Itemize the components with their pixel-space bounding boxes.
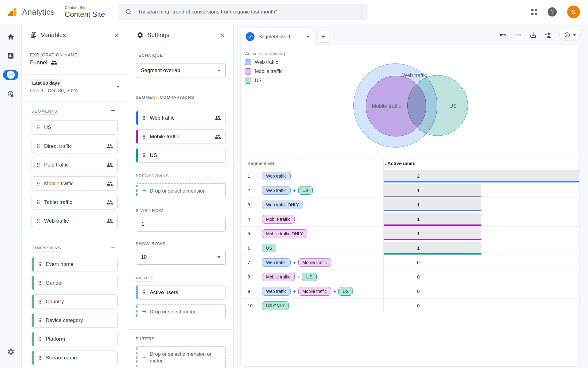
settings-close-icon[interactable] (218, 31, 227, 40)
drag-handle-icon[interactable] (38, 337, 41, 341)
search-bar[interactable] (119, 4, 368, 20)
segment-item-label: Web traffic (44, 218, 106, 224)
segment-comparison-item[interactable]: Web traffic (136, 111, 226, 125)
table-row: 10US ONLY0 (241, 299, 579, 313)
download-icon[interactable] (529, 31, 537, 39)
segment-comparison-item[interactable]: Mobile traffic (136, 129, 226, 144)
undo-icon[interactable] (499, 31, 507, 39)
drag-handle-icon[interactable] (142, 290, 145, 295)
segment-item[interactable]: Web traffic (32, 214, 118, 228)
segment-chip[interactable]: Web traffic (262, 258, 291, 267)
venn-circle-us[interactable] (407, 75, 468, 136)
segment-item[interactable]: Direct traffic (32, 139, 118, 153)
dimension-item[interactable]: Device category (32, 313, 118, 328)
active-users-value[interactable]: 1 (401, 198, 435, 212)
segment-chip[interactable]: Mobile traffic ONLY (262, 229, 307, 238)
dimension-item[interactable]: Event name (32, 257, 118, 271)
segments-list: USDirect trafficPaid trafficMobile traff… (32, 120, 118, 228)
segment-chip[interactable]: Web traffic (262, 172, 291, 180)
search-input[interactable] (137, 9, 361, 15)
drag-handle-icon[interactable] (142, 116, 145, 120)
add-tab-button[interactable] (318, 31, 329, 42)
active-users-value[interactable]: 1 (401, 227, 435, 241)
legend-label: Web traffic (255, 59, 278, 65)
reports-icon[interactable] (3, 48, 18, 63)
value-metric-item[interactable]: Active users (136, 285, 226, 300)
admin-gear-icon[interactable] (3, 344, 18, 359)
apps-grid-icon[interactable] (531, 9, 537, 15)
segment-comparison-item[interactable]: US (136, 148, 226, 163)
active-users-value[interactable]: 1 (401, 241, 435, 255)
drag-handle-icon[interactable] (38, 355, 41, 360)
drag-handle-icon[interactable] (38, 262, 41, 266)
drag-handle-icon[interactable] (37, 200, 40, 205)
metric-dropzone[interactable]: Drop or select metric (136, 304, 226, 319)
brand[interactable]: Analytics (7, 6, 55, 17)
segment-chip[interactable]: US (298, 186, 313, 195)
start-row-field[interactable] (136, 217, 226, 232)
drag-handle-icon[interactable] (37, 125, 40, 130)
date-range-picker[interactable]: Last 28 days Dec 3 - Dec 30, 2024 (21, 75, 128, 102)
drag-handle-icon[interactable] (37, 144, 40, 148)
help-icon[interactable]: ? (548, 7, 557, 17)
dimension-item[interactable]: Country (32, 294, 118, 309)
active-users-value[interactable]: 0 (401, 255, 435, 270)
segment-chip[interactable]: Web traffic (262, 287, 291, 296)
segment-chip[interactable]: Mobile traffic (262, 215, 295, 224)
add-segment-button[interactable] (111, 108, 115, 113)
segment-chip[interactable]: US (262, 244, 276, 252)
segment-chip[interactable]: US ONLY (262, 301, 289, 310)
drag-handle-icon[interactable] (38, 281, 41, 285)
segment-chip[interactable]: Web traffic (262, 186, 291, 195)
segment-chip[interactable]: Mobile traffic (298, 287, 331, 296)
technique-select[interactable]: Segment overlap (136, 63, 226, 78)
segment-item[interactable]: Mobile traffic (32, 176, 118, 191)
redo-icon[interactable] (514, 31, 522, 39)
avatar[interactable]: S (567, 6, 580, 18)
segment-chip[interactable]: US (302, 273, 316, 281)
saved-status-button[interactable] (559, 30, 581, 40)
drag-handle-icon[interactable] (38, 318, 41, 323)
property-switcher[interactable]: Content Site Content Site (65, 6, 105, 19)
explore-nav-selected[interactable] (3, 70, 18, 80)
drag-handle-icon[interactable] (37, 219, 40, 223)
add-dimension-button[interactable] (111, 245, 115, 249)
segment-item[interactable]: US (32, 120, 118, 135)
dimension-item[interactable]: Stream name (32, 351, 118, 365)
segment-item[interactable]: Tablet traffic (32, 195, 118, 209)
segment-chip[interactable]: US (338, 287, 353, 296)
filter-dropzone[interactable]: Drop or select dimension or metric (136, 346, 226, 368)
segment-chip[interactable]: Mobile traffic (262, 273, 295, 281)
home-icon[interactable] (3, 29, 18, 44)
drag-handle-icon[interactable] (37, 181, 40, 186)
segment-chip[interactable]: Web traffic ONLY (262, 201, 303, 209)
segment-comparisons-label: SEGMENT COMPARISONS (136, 95, 194, 101)
active-users-value[interactable]: 2 (401, 169, 435, 183)
dimension-item-label: Event name (46, 261, 113, 267)
col-header-segment-set[interactable]: Segment set (247, 161, 274, 166)
active-users-value[interactable]: 1 (401, 212, 435, 226)
active-users-value[interactable]: 1 (401, 183, 435, 197)
variables-close-icon[interactable] (112, 31, 121, 40)
active-users-value[interactable]: 0 (401, 270, 435, 284)
drag-handle-icon[interactable] (142, 153, 145, 158)
show-rows-select[interactable]: 10 (136, 250, 226, 265)
dimension-item[interactable]: Platform (32, 332, 118, 346)
dimension-item[interactable]: Gender (32, 276, 118, 290)
advertising-icon[interactable] (3, 86, 18, 101)
breakdown-dropzone[interactable]: Drop or select dimension (136, 183, 226, 198)
start-row-input[interactable] (141, 221, 221, 228)
share-person-add-icon[interactable] (544, 31, 552, 39)
drag-handle-icon[interactable] (38, 299, 41, 304)
segment-item-label: Mobile traffic (44, 181, 106, 187)
segment-chip[interactable]: Mobile traffic (298, 258, 331, 267)
active-users-value[interactable]: 0 (401, 299, 435, 313)
drag-handle-icon[interactable] (142, 134, 145, 139)
segment-item[interactable]: Paid traffic (32, 158, 118, 172)
col-header-active-users[interactable]: ↓ Active users (385, 161, 416, 166)
exploration-name-value[interactable]: Funnel (30, 59, 47, 66)
active-users-value[interactable]: 0 (401, 284, 435, 298)
table-row: 4Mobile traffic1 (241, 212, 579, 227)
drag-handle-icon[interactable] (37, 163, 40, 167)
tab-segment-overlap[interactable]: Segment overl... (241, 28, 314, 45)
